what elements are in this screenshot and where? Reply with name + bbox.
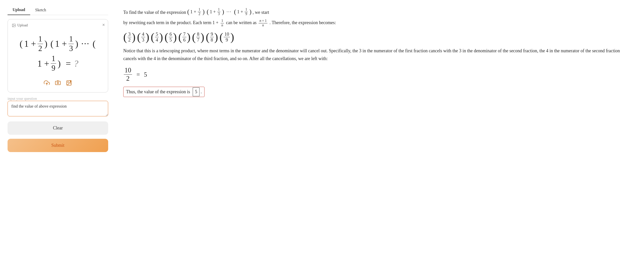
left-panel: Upload Sketch Upload × ( 1 + 1 2 ) ( 1 + xyxy=(8,5,108,273)
solution-line2: by rewriting each term in the product. E… xyxy=(123,19,631,27)
answer-box: 5 xyxy=(193,87,199,96)
final-text: Thus, the value of the expression is xyxy=(126,89,190,94)
upload-label-text: Upload xyxy=(17,23,28,27)
right-panel: To find the value of the expression ( 1 … xyxy=(118,5,636,273)
question-placeholder-label: input your question xyxy=(8,97,108,101)
math-expression-display: ( 1 + 1 2 ) ( 1 + 1 3 ) ··· ( 1 + 1 9 ) … xyxy=(12,29,104,78)
we-start-text: , we start xyxy=(253,10,269,15)
line2-text: by rewriting each term in the product. E… xyxy=(123,20,219,25)
period: . xyxy=(200,89,202,94)
tab-sketch[interactable]: Sketch xyxy=(30,5,51,15)
tab-upload[interactable]: Upload xyxy=(8,5,30,15)
svg-text:?: ? xyxy=(70,80,71,82)
telescoping-explanation: Notice that this is a telescoping produc… xyxy=(123,47,631,62)
therefore-text: . Therefore, the expression becomes: xyxy=(269,20,336,25)
svg-point-5 xyxy=(68,82,68,82)
upload-action-icon[interactable] xyxy=(44,80,50,87)
svg-point-3 xyxy=(57,82,59,84)
tab-bar: Upload Sketch xyxy=(8,5,108,15)
close-button[interactable]: × xyxy=(102,22,105,28)
camera-action-icon[interactable] xyxy=(55,80,61,87)
upload-actions: ? xyxy=(12,78,104,88)
question-section: input your question find the value of ab… xyxy=(8,97,108,117)
telescoping-product: (32) (43) (54) (65) (76) (87) (98) (109) xyxy=(123,31,631,43)
svg-point-1 xyxy=(13,25,14,25)
result-line: 10 2 = 5 xyxy=(123,66,631,83)
can-be-written: can be written as xyxy=(226,20,256,25)
clear-button[interactable]: Clear xyxy=(8,121,108,135)
inline-expression: ( 1 + 1 2 ) ( 1 + 1 3 ) ··· ( 1 + 1 9 ) xyxy=(187,8,251,16)
question-textarea[interactable]: find the value of above expression xyxy=(8,101,108,116)
upload-label: Upload xyxy=(12,23,104,27)
solution-intro: To find the value of the expression ( 1 … xyxy=(123,8,631,16)
image-action-icon[interactable]: ? xyxy=(66,80,72,87)
upload-box: Upload × ( 1 + 1 2 ) ( 1 + 1 3 ) ··· ( 1… xyxy=(8,19,108,92)
intro-text: To find the value of the expression xyxy=(123,10,186,15)
final-answer-container: Thus, the value of the expression is 5 . xyxy=(123,87,205,97)
submit-button[interactable]: Submit xyxy=(8,139,108,152)
image-icon xyxy=(12,23,16,27)
